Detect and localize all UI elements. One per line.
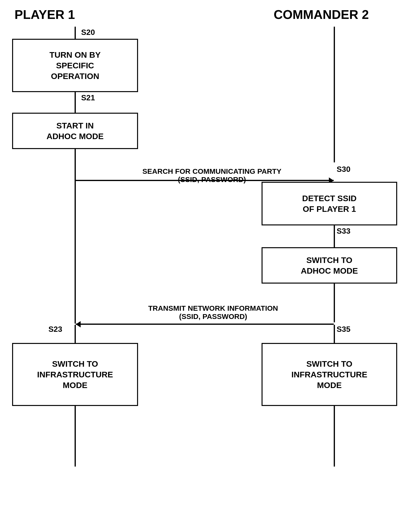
s33-label: S33 <box>337 227 350 236</box>
player1-header: PLAYER 1 <box>14 7 75 22</box>
commander2-vline-top <box>334 27 335 162</box>
transmit-label: TRANSMIT NETWORK INFORMATION (SSID, PASS… <box>90 304 337 321</box>
turn-on-box: TURN ON BY SPECIFIC OPERATION <box>12 39 138 92</box>
s23-label: S23 <box>48 325 62 334</box>
switch-infra-c2-box: SWITCH TO INFRASTRUCTURE MODE <box>262 343 397 406</box>
start-adhoc-box: START IN ADHOC MODE <box>12 113 138 149</box>
search-label: SEARCH FOR COMMUNICATING PARTY (SSID, PA… <box>85 167 339 184</box>
commander2-vline-2 <box>334 225 335 247</box>
player1-vline-5 <box>75 406 76 467</box>
commander2-vline-4 <box>334 325 335 344</box>
player1-vline-3 <box>75 181 76 324</box>
s35-label: S35 <box>337 325 350 334</box>
diagram: PLAYER 1 COMMANDER 2 S20 TURN ON BY SPEC… <box>0 0 418 532</box>
player1-vline-4 <box>75 325 76 344</box>
detect-ssid-box: DETECT SSID OF PLAYER 1 <box>262 182 397 225</box>
player1-vline-2 <box>75 149 76 181</box>
s30-label: S30 <box>337 165 350 174</box>
switch-adhoc-box: SWITCH TO ADHOC MODE <box>262 247 397 284</box>
commander2-vline-5 <box>334 406 335 467</box>
switch-infra-p1-box: SWITCH TO INFRASTRUCTURE MODE <box>12 343 138 406</box>
s20-label: S20 <box>81 28 95 37</box>
s21-label: S21 <box>81 93 95 102</box>
commander2-header: COMMANDER 2 <box>274 7 369 22</box>
player1-vline-1 <box>75 92 76 114</box>
transmit-arrow <box>76 324 334 325</box>
